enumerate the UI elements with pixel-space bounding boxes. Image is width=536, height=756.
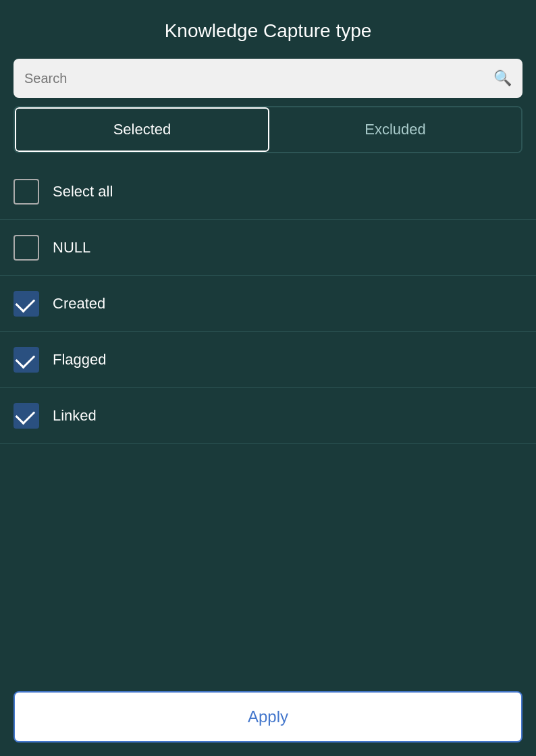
list-item-created[interactable]: Created [0, 276, 536, 332]
tab-excluded[interactable]: Excluded [269, 107, 521, 152]
checkbox-created-wrapper [14, 291, 39, 317]
page-title: Knowledge Capture type [0, 0, 536, 59]
search-icon: 🔍 [493, 70, 512, 87]
tab-selected[interactable]: Selected [15, 107, 269, 152]
search-input[interactable] [24, 71, 493, 86]
label-flagged: Flagged [53, 351, 107, 369]
search-container: 🔍 [14, 59, 522, 98]
page-container: Knowledge Capture type 🔍 Selected Exclud… [0, 0, 536, 756]
search-input-wrapper: 🔍 [14, 59, 522, 98]
label-linked: Linked [53, 407, 97, 425]
list-item-select-all[interactable]: Select all [0, 164, 536, 220]
checkbox-linked-wrapper [14, 403, 39, 429]
checkbox-flagged[interactable] [14, 347, 39, 373]
list-container: Select all NULL Created Flagged Linked [0, 164, 536, 564]
checkbox-select-all[interactable] [14, 179, 39, 205]
label-null: NULL [53, 239, 90, 256]
checkbox-select-all-wrapper [14, 179, 39, 205]
empty-area [0, 564, 536, 683]
checkbox-linked[interactable] [14, 403, 39, 429]
checkbox-created[interactable] [14, 291, 39, 317]
apply-button[interactable]: Apply [14, 691, 522, 742]
label-select-all: Select all [53, 183, 113, 200]
checkbox-flagged-wrapper [14, 347, 39, 373]
label-created: Created [53, 295, 105, 313]
list-item-linked[interactable]: Linked [0, 388, 536, 444]
tabs-container: Selected Excluded [14, 106, 522, 153]
apply-button-container: Apply [0, 683, 536, 756]
checkbox-null-wrapper [14, 235, 39, 261]
checkbox-null[interactable] [14, 235, 39, 261]
list-item-null[interactable]: NULL [0, 220, 536, 276]
list-item-flagged[interactable]: Flagged [0, 332, 536, 388]
